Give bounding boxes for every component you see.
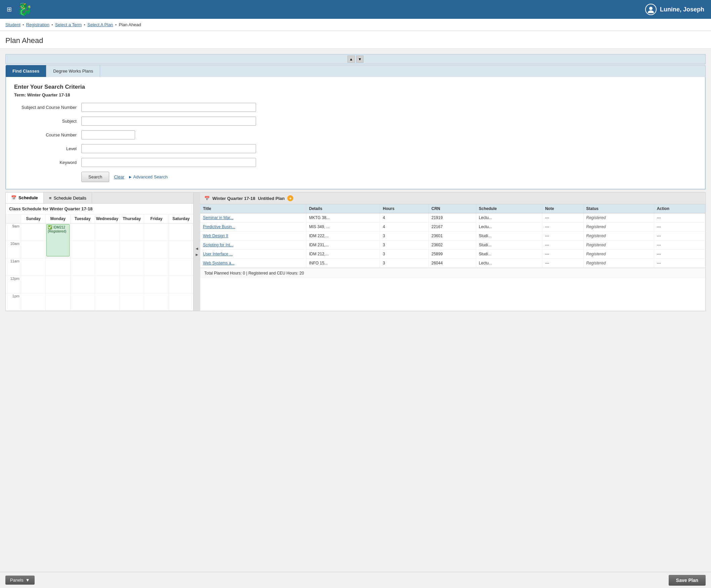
breadcrumb-registration[interactable]: Registration	[26, 22, 49, 27]
cell-note-2: ---	[542, 232, 583, 241]
cell-title-1[interactable]: Predictive Busin...	[200, 222, 306, 232]
col-details: Details	[306, 204, 380, 213]
day-col-tuesday-cells	[70, 223, 95, 311]
cell-status-5: Registered	[583, 259, 654, 268]
cell-status-0: Registered	[583, 213, 654, 222]
day-col-tuesday: Tuesday	[70, 214, 95, 223]
tab-schedule-details[interactable]: ≡ Schedule Details	[44, 193, 92, 203]
grid-icon[interactable]: ⊞	[7, 6, 12, 13]
cell-title-4[interactable]: User Interface ...	[200, 249, 306, 259]
schedule-panel: 📅 Schedule ≡ Schedule Details Class Sche…	[5, 192, 194, 311]
breadcrumb-dot-2: ●	[51, 23, 53, 26]
time-1pm: 1pm	[6, 293, 21, 311]
cell-note-1: ---	[542, 222, 583, 232]
subject-course-label: Subject and Course Number	[14, 105, 81, 110]
cell-hours-5: 3	[380, 259, 429, 268]
panel-resizer[interactable]: ◄ ►	[194, 192, 200, 311]
col-action: Action	[654, 204, 705, 213]
cell-details-4: IDM 212,...	[306, 249, 380, 259]
day-col-wednesday: Wednesday	[95, 214, 119, 223]
tab-schedule[interactable]: 📅 Schedule	[6, 193, 44, 203]
subject-input[interactable]	[81, 116, 256, 126]
calendar-header: Sunday Monday Tuesday Wednesday Thursday…	[6, 214, 193, 223]
schedule-header: Class Schedule for Winter Quarter 17-18	[6, 203, 193, 214]
day-col-sunday: Sunday	[21, 214, 45, 223]
advanced-arrow-icon: ▶	[129, 175, 132, 179]
scroll-down-btn[interactable]: ▼	[356, 56, 364, 63]
subject-course-input[interactable]	[81, 103, 256, 112]
level-label: Level	[14, 146, 81, 151]
col-status: Status	[583, 204, 654, 213]
cell-status-4: Registered	[583, 249, 654, 259]
svg-point-0	[649, 7, 652, 10]
cell-action-3: ---	[654, 241, 705, 249]
breadcrumb-select-term[interactable]: Select a Term	[55, 22, 82, 27]
sunday-12pm	[21, 276, 45, 293]
cell-action-4: ---	[654, 249, 705, 259]
cell-details-2: IDM 222,...	[306, 232, 380, 241]
plan-footer: Total Planned Hours: 0 | Registered and …	[200, 268, 705, 278]
cell-title-0[interactable]: Seminar in Mar...	[200, 213, 306, 222]
breadcrumb-dot-4: ●	[115, 23, 117, 26]
calendar-icon: 📅	[11, 195, 17, 200]
level-input[interactable]	[81, 144, 256, 153]
cell-title-5[interactable]: Web Systems a...	[200, 259, 306, 268]
cell-schedule-4: Studi...	[476, 249, 542, 259]
header: ⊞ 🐉 Lunine, Joseph	[0, 0, 711, 19]
tab-degree-works[interactable]: Degree Works Plans	[46, 65, 100, 77]
header-left: ⊞ 🐉	[7, 2, 32, 17]
sunday-10am	[21, 241, 45, 258]
monday-1pm	[46, 293, 70, 311]
collapse-right-icon: ►	[195, 252, 199, 257]
keyword-row: Keyword	[14, 158, 697, 167]
monday-11am	[46, 258, 70, 276]
search-button[interactable]: Search	[81, 172, 109, 182]
plan-title: Winter Quarter 17-18	[212, 196, 255, 201]
tab-schedule-label: Schedule	[19, 195, 38, 200]
day-col-monday-cells: ✅ IDM212 (Registered)	[45, 223, 70, 311]
time-12pm: 12pm	[6, 276, 21, 293]
cell-title-2[interactable]: Web Design II	[200, 232, 306, 241]
monday-10am	[46, 241, 70, 258]
course-number-input[interactable]	[81, 130, 135, 139]
table-row: Web Design II IDM 222,... 3 23601 Studi.…	[200, 232, 705, 241]
breadcrumb-student[interactable]: Student	[5, 22, 21, 27]
cell-crn-5: 26044	[429, 259, 476, 268]
time-9am: 9am	[6, 223, 21, 241]
cell-crn-2: 23601	[429, 232, 476, 241]
plan-add-button[interactable]: +	[287, 195, 293, 201]
calendar-plan-icon: 📅	[204, 196, 210, 201]
breadcrumb-select-plan[interactable]: Select A Plan	[87, 22, 113, 27]
scroll-up-btn[interactable]: ▲	[347, 56, 355, 63]
list-icon: ≡	[49, 196, 52, 201]
cell-title-3[interactable]: Scripting for Int...	[200, 241, 306, 249]
table-row: Web Systems a... INFO 15... 3 26044 Lect…	[200, 259, 705, 268]
table-row: Seminar in Mar... MKTG 38... 4 21919 Lec…	[200, 213, 705, 222]
col-hours: Hours	[380, 204, 429, 213]
monday-9am: ✅ IDM212 (Registered)	[46, 223, 70, 241]
table-row: Predictive Busin... MIS 349, ... 4 22167…	[200, 222, 705, 232]
cell-action-1: ---	[654, 222, 705, 232]
day-col-saturday: Saturday	[169, 214, 193, 223]
cell-schedule-0: Lectu...	[476, 213, 542, 222]
clear-button[interactable]: Clear	[114, 174, 124, 179]
cell-note-4: ---	[542, 249, 583, 259]
cell-crn-3: 23602	[429, 241, 476, 249]
keyword-input[interactable]	[81, 158, 256, 167]
check-icon: ✅	[48, 225, 52, 229]
form-actions: Search Clear ▶ Advanced Search	[14, 172, 697, 182]
page-title-bar: Plan Ahead	[0, 31, 711, 49]
breadcrumb: Student ● Registration ● Select a Term ●…	[0, 19, 711, 31]
tab-header: Find Classes Degree Works Plans	[6, 65, 705, 77]
plan-header: 📅 Winter Quarter 17-18 Untitled Plan +	[200, 193, 705, 204]
username: Lunine, Joseph	[660, 6, 704, 13]
cell-schedule-2: Studi...	[476, 232, 542, 241]
advanced-search-link[interactable]: ▶ Advanced Search	[129, 174, 168, 179]
col-crn: CRN	[429, 204, 476, 213]
plan-table-header: Title Details Hours CRN Schedule Note St…	[200, 204, 705, 213]
class-label: IDM212	[53, 225, 65, 229]
tab-find-classes[interactable]: Find Classes	[6, 65, 46, 77]
cell-schedule-3: Studi...	[476, 241, 542, 249]
term-label: Term: Winter Quarter 17-18	[14, 92, 697, 97]
expand-collapse-bar: ▲ ▼	[5, 54, 706, 64]
